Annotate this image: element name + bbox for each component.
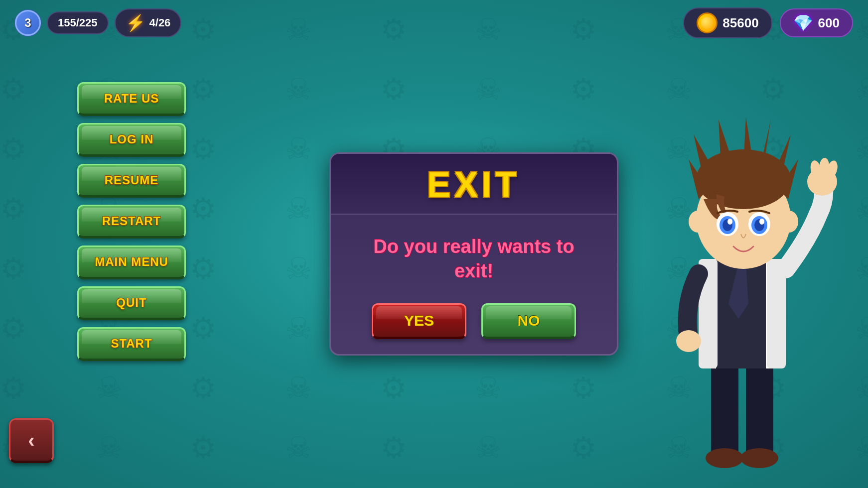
dialog-message: Do you really wants to exit! [356,235,592,284]
exit-dialog: EXIT Do you really wants to exit! YES NO [329,152,618,356]
dialog-header: EXIT [331,154,617,215]
yes-button[interactable]: YES [372,303,466,339]
dialog-buttons: YES NO [356,303,592,339]
yes-label: YES [404,312,434,329]
dialog-body: Do you really wants to exit! YES NO [331,215,617,355]
no-label: NO [518,312,540,329]
dialog-title: EXIT [427,165,521,204]
dialog-overlay: EXIT Do you really wants to exit! YES NO [0,0,868,488]
no-button[interactable]: NO [481,303,576,339]
